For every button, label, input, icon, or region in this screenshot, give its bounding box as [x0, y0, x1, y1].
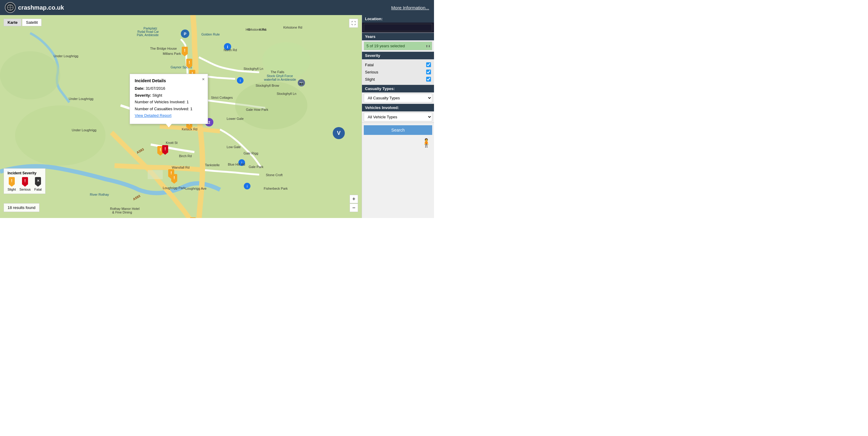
legend-fatal-label: Fatal	[34, 188, 41, 191]
fullscreen-button[interactable]: ⛶	[349, 19, 358, 28]
marker-slight-11[interactable]	[190, 217, 196, 218]
legend-slight-label: Slight	[7, 188, 16, 191]
vehicles-section: Vehicles Involved: All Vehicle Types	[362, 104, 434, 123]
marker-slight-2[interactable]	[186, 59, 192, 67]
legend-box: Incident Severity Slight Serious Fatal	[4, 168, 45, 194]
severity-section: Severity Fatal Serious Slight	[362, 52, 434, 85]
casualty-section: Casualty Types: All Casualty Types	[362, 85, 434, 104]
logo-text: crashmap.co.uk	[18, 4, 64, 11]
popup-severity: Severity: Slight	[135, 93, 203, 98]
vehicle-select[interactable]: All Vehicle Types	[364, 112, 432, 121]
vehicles-label: Vehicles Involved:	[362, 104, 434, 111]
legend-fatal: Fatal	[34, 177, 41, 191]
years-select[interactable]: 5 of 19 years selected	[364, 41, 432, 50]
right-panel: Location: Years 5 of 19 years selected S…	[362, 15, 434, 218]
logo: crashmap.co.uk	[5, 2, 64, 13]
serious-row: Serious	[364, 68, 432, 75]
legend-slight-icon	[9, 177, 15, 187]
svg-rect-14	[148, 170, 163, 179]
location-section: Location:	[362, 15, 434, 33]
zoom-controls: + −	[350, 195, 358, 212]
svg-text:📷: 📷	[299, 81, 304, 85]
legend-serious-label: Serious	[20, 188, 31, 191]
search-button[interactable]: Search	[364, 125, 432, 135]
svg-text:i: i	[227, 44, 228, 49]
popup-title: Incident Details	[135, 78, 203, 83]
popup-arrow	[166, 124, 172, 127]
header: crashmap.co.uk More Information...	[0, 0, 434, 15]
casualty-label: Casualty Types:	[362, 85, 434, 93]
marker-serious-3[interactable]	[162, 145, 168, 153]
v-marker[interactable]: V	[333, 127, 345, 139]
location-input[interactable]	[364, 24, 432, 31]
zoom-out-button[interactable]: −	[350, 204, 358, 212]
svg-point-9	[262, 42, 310, 78]
popup-report-link[interactable]: View Detailed Report	[135, 112, 203, 119]
svg-point-6	[235, 81, 307, 130]
satellit-button[interactable]: Satellit	[22, 19, 41, 26]
legend-fatal-icon	[35, 177, 41, 187]
casualty-select[interactable]: All Casualty Types	[364, 94, 432, 102]
more-info-link[interactable]: More Information...	[391, 5, 429, 10]
legend-slight: Slight	[7, 177, 16, 191]
popup-close-button[interactable]: ×	[202, 76, 205, 81]
marker-slight-10[interactable]	[171, 174, 177, 182]
map-type-controls: Karte Satellit	[4, 19, 41, 26]
years-label: Years	[362, 33, 434, 40]
fatal-checkbox[interactable]	[426, 62, 431, 67]
search-section: Search	[362, 123, 434, 137]
incident-popup: × Incident Details Date: 31/07/2016 Seve…	[130, 74, 208, 124]
svg-text:i: i	[247, 184, 248, 189]
slight-checkbox[interactable]	[426, 77, 431, 81]
fatal-row: Fatal	[364, 61, 432, 68]
serious-label: Serious	[365, 70, 378, 74]
slight-label: Slight	[365, 77, 375, 81]
svg-text:i: i	[240, 78, 241, 83]
fatal-label: Fatal	[365, 63, 374, 67]
popup-casualties: Number of Casualties Involved: 1	[135, 106, 203, 112]
legend-items: Slight Serious Fatal	[7, 177, 41, 191]
results-text: 18 results found	[7, 205, 36, 210]
legend-serious-icon	[22, 177, 28, 187]
svg-text:P: P	[184, 32, 187, 36]
logo-icon	[5, 2, 16, 13]
map-container[interactable]: P i i i i 📷 Karte Satellit ⛶ Parkplatz R…	[0, 15, 362, 218]
severity-label: Severity	[362, 52, 434, 59]
popup-vehicles: Number of Vehicles Involved: 1	[135, 99, 203, 105]
person-icon[interactable]: 🧍	[421, 138, 432, 148]
serious-checkbox[interactable]	[426, 70, 431, 74]
legend-serious: Serious	[20, 177, 31, 191]
svg-text:i: i	[241, 161, 242, 165]
person-icon-wrap: 🧍	[362, 137, 434, 149]
karte-button[interactable]: Karte	[4, 19, 22, 26]
legend-title: Incident Severity	[7, 171, 41, 175]
svg-point-7	[15, 105, 105, 166]
slight-row: Slight	[364, 75, 432, 83]
zoom-in-button[interactable]: +	[350, 195, 358, 203]
years-section: Years 5 of 19 years selected	[362, 33, 434, 52]
popup-date: Date: 31/07/2016	[135, 86, 203, 92]
marker-slight-1[interactable]	[182, 47, 188, 55]
results-box: 18 results found	[4, 203, 39, 212]
location-label: Location:	[362, 15, 434, 23]
svg-point-8	[0, 51, 60, 99]
